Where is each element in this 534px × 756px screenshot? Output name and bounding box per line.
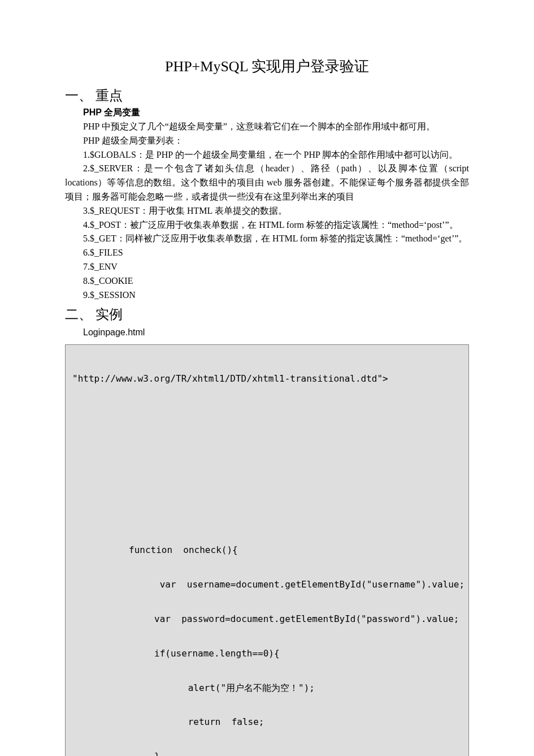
list-item-6: 6.$_FILES bbox=[65, 246, 469, 260]
code-line: alert("用户名不能为空！"); bbox=[72, 680, 462, 697]
list-item-8: 8.$_COOKIE bbox=[65, 274, 469, 288]
code-line: "http://www.w3.org/TR/xhtml1/DTD/xhtml1-… bbox=[72, 370, 462, 387]
code-line: if(username.length==0){ bbox=[72, 645, 462, 662]
list-item-5: 5.$_GET：同样被广泛应用于收集表单数据，在 HTML form 标签的指定… bbox=[65, 232, 469, 246]
document-page: PHP+MySQL 实现用户登录验证 一、 重点 PHP 全局变量 PHP 中预… bbox=[0, 0, 534, 756]
code-line: return false; bbox=[72, 714, 462, 731]
list-item-2: 2.$_SERVER：是一个包含了诸如头信息（header）、路径（path）、… bbox=[65, 162, 469, 204]
paragraph: PHP 中预定义了几个“超级全局变量”，这意味着它们在一个脚本的全部作用域中都可… bbox=[65, 120, 469, 134]
document-title: PHP+MySQL 实现用户登录验证 bbox=[65, 57, 469, 76]
list-item-4: 4.$_POST：被广泛应用于收集表单数据，在 HTML form 标签的指定该… bbox=[65, 218, 469, 232]
code-line: } bbox=[72, 748, 462, 756]
code-line: var password=document.getElementById("pa… bbox=[72, 611, 462, 628]
paragraph: PHP 超级全局变量列表： bbox=[65, 134, 469, 148]
code-line: var username=document.getElementById("us… bbox=[72, 576, 462, 593]
code-line bbox=[72, 473, 462, 490]
section-1-heading: 一、 重点 bbox=[65, 87, 469, 105]
section-1-subheading: PHP 全局变量 bbox=[65, 107, 469, 119]
list-item-9: 9.$_SESSION bbox=[65, 288, 469, 303]
list-item-7: 7.$_ENV bbox=[65, 260, 469, 274]
code-line bbox=[72, 404, 462, 421]
code-line: function oncheck(){ bbox=[72, 542, 462, 559]
code-filename-label: Loginpage.html bbox=[65, 326, 469, 340]
code-line bbox=[72, 439, 462, 456]
section-2-heading: 二、 实例 bbox=[65, 305, 469, 323]
code-line bbox=[72, 508, 462, 525]
list-item-1: 1.$GLOBALS：是 PHP 的一个超级全局变量组，在一个 PHP 脚本的全… bbox=[65, 148, 469, 162]
code-block: "http://www.w3.org/TR/xhtml1/DTD/xhtml1-… bbox=[65, 344, 469, 756]
list-item-3: 3.$_REQUEST：用于收集 HTML 表单提交的数据。 bbox=[65, 204, 469, 218]
